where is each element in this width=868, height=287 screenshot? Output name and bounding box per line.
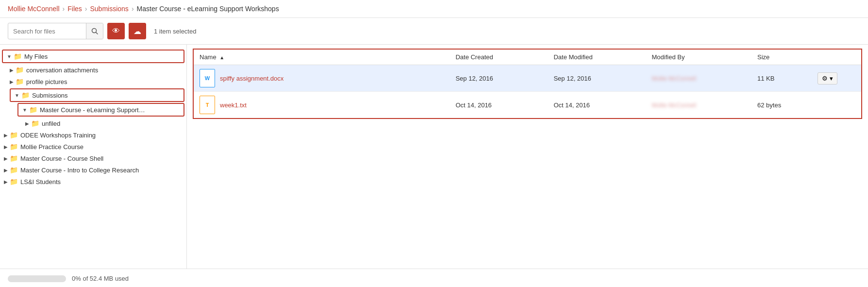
folder-icon-submissions: 📁 (21, 91, 30, 99)
folder-icon-unfiled: 📁 (31, 119, 39, 127)
search-button[interactable] (86, 23, 103, 39)
file-list: Name ▲ Date Created Date Modified Modifi… (187, 45, 868, 269)
breadcrumb-current: Master Course - eLearning Support Worksh… (137, 5, 279, 13)
label-profile: profile pictures (26, 78, 67, 85)
date-created-cell: Oct 14, 2016 (450, 92, 548, 119)
storage-usage-text: 0% of 52.4 MB used (72, 275, 129, 282)
col-header-size[interactable]: Size (751, 49, 812, 65)
docx-icon: W (200, 69, 215, 87)
col-header-date-created[interactable]: Date Created (450, 49, 548, 65)
sidebar-item-my-files[interactable]: ▼ 📁 My Files (3, 51, 184, 62)
preview-button[interactable]: 👁 (107, 23, 125, 39)
search-input[interactable] (8, 28, 86, 35)
label-master-shell: Master Course - Course Shell (20, 155, 103, 162)
label-submissions: Submissions (32, 92, 68, 99)
folder-icon-odee: 📁 (10, 131, 18, 139)
label-odee: ODEE Workshops Training (20, 132, 96, 139)
cloud-icon: ☁ (134, 27, 141, 36)
arrow-master-shell: ▶ (4, 156, 8, 161)
sidebar-item-master-elearning[interactable]: ▼ 📁 Master Course - eLearning Support Wo… (18, 104, 184, 116)
folder-icon-conv: 📁 (16, 66, 24, 74)
col-header-name[interactable]: Name ▲ (193, 49, 450, 65)
modified-by-cell: Mollie McConnell (646, 92, 751, 119)
date-created-cell: Sep 12, 2016 (450, 65, 548, 92)
file-name-cell: W spiffy assignment.docx (193, 65, 450, 92)
sidebar-item-master-intro[interactable]: ▶ 📁 Master Course - Intro to College Res… (0, 164, 186, 176)
table-row: T week1.txt Oct 14, 2016 Oct 14, 2016 Mo… (193, 92, 862, 119)
file-link-week1[interactable]: week1.txt (220, 101, 247, 109)
folder-icon-mollie-practice: 📁 (10, 143, 18, 151)
sidebar-item-odee[interactable]: ▶ 📁 ODEE Workshops Training (0, 129, 186, 141)
eye-icon: 👁 (112, 27, 120, 35)
submissions-border: ▼ 📁 Submissions (10, 88, 184, 102)
arrow-lsi: ▶ (4, 179, 8, 185)
arrow-master-intro: ▶ (4, 168, 8, 173)
arrow-profile: ▶ (10, 79, 14, 84)
main-layout: ▼ 📁 My Files ▶ 📁 conversation attachment… (0, 45, 868, 269)
label-my-files: My Files (24, 53, 48, 60)
user-blurred-week1: Mollie McConnell (651, 102, 696, 109)
txt-icon: T (200, 96, 215, 114)
toolbar: 👁 ☁ 1 item selected (0, 18, 868, 45)
sidebar-item-profile-pictures[interactable]: ▶ 📁 profile pictures (0, 76, 186, 87)
action-cell-week1 (812, 92, 862, 119)
sidebar-item-mollie-practice[interactable]: ▶ 📁 Mollie Practice Course (0, 141, 186, 152)
action-cell-spiffy: ⚙ ▾ (812, 65, 862, 92)
storage-progress-bar (8, 275, 66, 282)
selected-count: 1 item selected (154, 28, 196, 35)
sidebar-item-master-course-shell[interactable]: ▶ 📁 Master Course - Course Shell (0, 152, 186, 164)
breadcrumb-submissions[interactable]: Submissions (90, 5, 129, 13)
date-modified-cell: Sep 12, 2016 (548, 65, 646, 92)
master-elearning-border: ▼ 📁 Master Course - eLearning Support Wo… (17, 103, 184, 117)
arrow-master-elearning: ▼ (22, 107, 27, 113)
label-unfiled: unfiled (42, 120, 60, 127)
search-icon (91, 28, 98, 34)
breadcrumb-files[interactable]: Files (67, 5, 82, 13)
breadcrumb-sep-3: › (132, 5, 134, 13)
folder-icon-master-shell: 📁 (10, 154, 18, 162)
col-header-action (812, 49, 862, 65)
folder-icon-master-intro: 📁 (10, 166, 18, 174)
breadcrumb-sep-2: › (85, 5, 87, 13)
dropdown-arrow: ▾ (830, 75, 833, 82)
user-blurred-spiffy: Mollie McConnell (651, 75, 696, 82)
col-header-modified-by[interactable]: Modified By (646, 49, 751, 65)
folder-icon-my-files: 📁 (14, 52, 22, 60)
breadcrumb-sep-1: › (63, 5, 65, 13)
table-row: W spiffy assignment.docx Sep 12, 2016 Se… (193, 65, 862, 92)
upload-button[interactable]: ☁ (129, 23, 146, 39)
modified-by-cell: Mollie McConnell (646, 65, 751, 92)
breadcrumb: Mollie McConnell › Files › Submissions ›… (0, 0, 868, 18)
arrow-submissions: ▼ (15, 93, 19, 98)
sidebar: ▼ 📁 My Files ▶ 📁 conversation attachment… (0, 45, 187, 269)
search-box (8, 23, 103, 39)
label-conv: conversation attachments (26, 67, 98, 74)
gear-button-spiffy[interactable]: ⚙ ▾ (818, 72, 837, 84)
folder-icon-profile: 📁 (16, 78, 24, 85)
sidebar-item-submissions[interactable]: ▼ 📁 Submissions (11, 89, 184, 101)
sort-arrow: ▲ (219, 55, 224, 60)
file-table: Name ▲ Date Created Date Modified Modifi… (193, 49, 862, 119)
size-cell: 62 bytes (751, 92, 812, 119)
label-master-elearning: Master Course - eLearning Support Works… (40, 106, 147, 114)
file-name-cell: T week1.txt (193, 92, 450, 119)
size-cell: 11 KB (751, 65, 812, 92)
label-lsi: LS&I Students (20, 178, 61, 186)
folder-icon-lsi: 📁 (10, 178, 18, 186)
arrow-my-files: ▼ (7, 54, 12, 59)
arrow-conv: ▶ (10, 68, 14, 73)
arrow-unfiled: ▶ (25, 121, 29, 126)
arrow-odee: ▶ (4, 133, 8, 138)
sidebar-item-lsi[interactable]: ▶ 📁 LS&I Students (0, 176, 186, 187)
label-master-intro: Master Course - Intro to College Researc… (20, 167, 139, 174)
gear-icon: ⚙ (822, 75, 828, 82)
col-header-date-modified[interactable]: Date Modified (548, 49, 646, 65)
breadcrumb-user[interactable]: Mollie McConnell (8, 5, 60, 13)
folder-icon-master-elearning: 📁 (29, 106, 37, 114)
file-link-spiffy[interactable]: spiffy assignment.docx (220, 75, 284, 82)
arrow-mollie-practice: ▶ (4, 144, 8, 150)
my-files-border: ▼ 📁 My Files (2, 50, 184, 63)
svg-line-1 (96, 33, 98, 34)
sidebar-item-unfiled[interactable]: ▶ 📁 unfiled (0, 118, 186, 129)
sidebar-item-conversation-attachments[interactable]: ▶ 📁 conversation attachments (0, 64, 186, 76)
